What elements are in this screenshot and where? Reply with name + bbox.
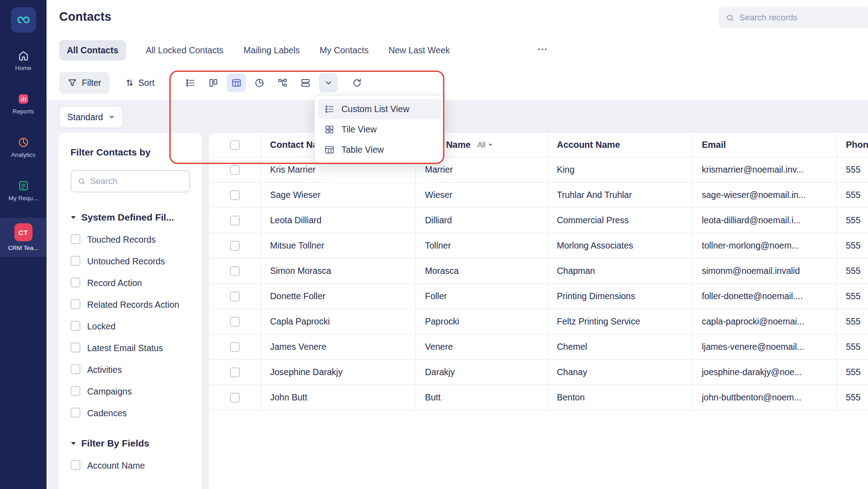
split-view-icon — [300, 78, 311, 88]
cell-contact-name[interactable]: Josephine Darakjy — [261, 360, 416, 385]
table-row[interactable]: Mitsue Tollner Tollner Morlong Associate… — [209, 233, 868, 259]
row-checkbox[interactable] — [230, 367, 240, 377]
view-selector-band: Standard — [47, 100, 868, 133]
filter-checkbox[interactable] — [70, 364, 80, 374]
filter-checkbox[interactable] — [70, 256, 80, 266]
sort-button[interactable]: Sort — [125, 78, 154, 88]
view-menu-item[interactable]: Table View — [318, 140, 441, 160]
filter-checkbox[interactable] — [70, 460, 80, 470]
cell-contact-name[interactable]: Simon Morasca — [261, 259, 416, 283]
hierarchy-view-button[interactable] — [273, 73, 292, 92]
section-filter-by-fields[interactable]: Filter By Fields — [70, 437, 190, 449]
list-layout-select[interactable]: Standard — [59, 106, 123, 128]
filter-option: Untouched Records — [70, 256, 190, 267]
row-checkbox[interactable] — [230, 317, 240, 327]
refresh-icon — [352, 78, 362, 88]
filter-button[interactable]: Filter — [59, 72, 109, 94]
filter-search-input[interactable] — [90, 176, 183, 186]
table-row[interactable]: Kris Marrier Marrier King krismarrier@no… — [209, 157, 868, 183]
tab[interactable]: All Contacts — [59, 40, 126, 61]
cell-contact-name[interactable]: Mitsue Tollner — [261, 233, 416, 258]
view-menu-item[interactable]: Custom List View — [318, 99, 441, 119]
sidebar-item-analytics[interactable]: Analytics — [0, 131, 47, 164]
more-views-button[interactable] — [319, 73, 338, 92]
table-row[interactable]: James Venere Venere Chemel ljames-venere… — [209, 334, 868, 360]
more-tabs-button[interactable]: ⋯ — [537, 43, 547, 55]
cell-email: leota-dilliard@noemail.i... — [693, 208, 837, 233]
tab[interactable]: All Locked Contacts — [146, 45, 224, 56]
last-name-filter-chip[interactable]: All — [477, 141, 493, 149]
cell-last-name: Foller — [416, 284, 548, 309]
sidebar-item-crm-team[interactable]: CT CRM Tea... — [0, 218, 47, 257]
kanban-view-icon — [208, 78, 219, 88]
filter-checkbox[interactable] — [70, 277, 80, 287]
cell-contact-name[interactable]: James Venere — [261, 334, 416, 359]
table-row[interactable]: Josephine Darakjy Darakjy Chanay joesphi… — [209, 360, 868, 385]
row-checkbox[interactable] — [230, 292, 240, 301]
cell-contact-name[interactable]: Sage Wieser — [261, 183, 416, 207]
sidebar-item-my-requests[interactable]: My Requ... — [0, 174, 47, 207]
cell-contact-name[interactable]: John Butt — [261, 385, 416, 410]
table-row[interactable]: Donette Foller Foller Printing Dimension… — [209, 284, 868, 309]
filter-search[interactable] — [70, 170, 190, 193]
view-menu-item[interactable]: Tile View — [318, 119, 441, 140]
filter-option-label: Untouched Records — [87, 256, 165, 267]
chevron-down-icon — [323, 78, 334, 88]
cell-contact-name[interactable]: Leota Dilliard — [261, 208, 416, 233]
tab[interactable]: Mailing Labels — [243, 45, 300, 56]
sidebar-item-reports[interactable]: Reports — [0, 88, 47, 120]
filter-checkbox[interactable] — [70, 408, 80, 418]
table-view-button[interactable] — [227, 73, 246, 92]
cell-contact-name[interactable]: Donette Foller — [261, 284, 416, 309]
tab[interactable]: My Contacts — [320, 45, 369, 56]
cell-last-name: Paprocki — [416, 309, 548, 334]
page-title: Contacts — [59, 10, 112, 24]
column-header-email[interactable]: Email — [693, 133, 837, 157]
filter-checkbox[interactable] — [70, 299, 80, 309]
filter-checkbox[interactable] — [70, 321, 80, 331]
column-header-phone[interactable]: Phone — [837, 133, 868, 157]
column-header-account-name[interactable]: Account Name — [548, 133, 693, 157]
kanban-view-button[interactable] — [204, 73, 223, 92]
split-view-button[interactable] — [296, 73, 315, 92]
cell-last-name: Tollner — [416, 233, 548, 258]
filter-checkbox[interactable] — [70, 386, 80, 396]
select-all-checkbox[interactable] — [230, 140, 240, 150]
toolbar: Filter Sort — [47, 65, 868, 100]
search-records-input[interactable] — [739, 13, 863, 23]
row-checkbox[interactable] — [230, 165, 240, 175]
row-checkbox[interactable] — [230, 241, 240, 251]
row-checkbox[interactable] — [230, 266, 240, 276]
table-row[interactable]: Sage Wieser Wieser Truhlar And Truhlar s… — [209, 183, 868, 208]
row-checkbox[interactable] — [230, 216, 240, 226]
row-checkbox[interactable] — [230, 393, 240, 403]
cell-last-name: Morasca — [416, 259, 548, 283]
pie-chart-view-button[interactable] — [250, 73, 269, 92]
table-row[interactable]: Capla Paprocki Paprocki Feltz Printing S… — [209, 309, 868, 334]
row-checkbox[interactable] — [230, 342, 240, 352]
filter-checkbox[interactable] — [70, 234, 80, 244]
cell-contact-name[interactable]: Capla Paprocki — [261, 309, 416, 334]
cell-account-name: Printing Dimensions — [548, 284, 693, 309]
view-option-icon — [324, 104, 335, 114]
sidebar-item-label: CRM Tea... — [8, 244, 38, 251]
refresh-button[interactable] — [347, 73, 366, 92]
app-logo[interactable] — [11, 7, 36, 33]
filter-checkbox[interactable] — [70, 343, 80, 353]
table-row[interactable]: Leota Dilliard Dilliard Commercial Press… — [209, 208, 868, 233]
row-checkbox[interactable] — [230, 190, 240, 200]
filter-panel-title: Filter Contacts by — [70, 146, 190, 158]
content-area: Filter Contacts by System Defined Fil...… — [47, 133, 868, 489]
tab[interactable]: New Last Week — [388, 45, 450, 56]
cell-email: joesphine-darakjy@noe... — [693, 360, 837, 385]
table-row[interactable]: John Butt Butt Benton john-buttbenton@no… — [209, 385, 868, 410]
filter-option-label: Latest Email Status — [87, 343, 163, 353]
list-view-button[interactable] — [181, 73, 200, 92]
sidebar-item-home[interactable]: Home — [0, 44, 47, 77]
global-search[interactable] — [719, 7, 868, 28]
funnel-icon — [67, 78, 77, 88]
cell-account-name: Feltz Printing Service — [548, 309, 693, 334]
section-system-defined-filters[interactable]: System Defined Fil... — [70, 212, 190, 223]
table-header-row: Contact Name Last Name All Account Name … — [209, 133, 868, 157]
table-row[interactable]: Simon Morasca Morasca Chapman simonm@noe… — [209, 259, 868, 284]
